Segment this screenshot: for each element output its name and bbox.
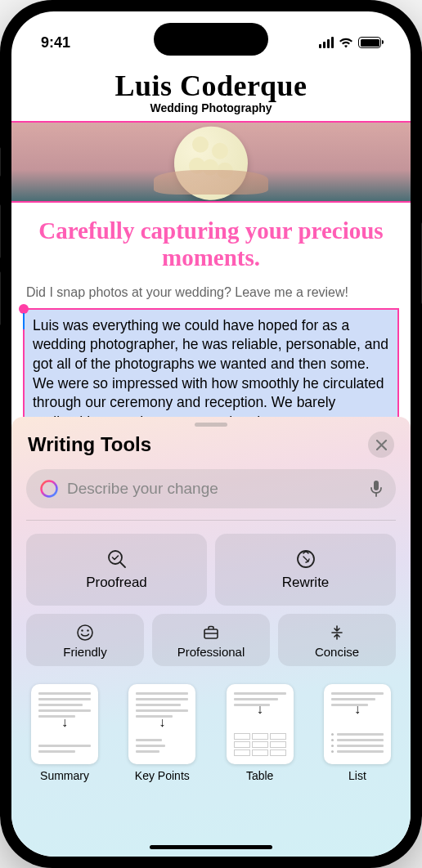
page-title: Luis Coderque: [11, 69, 411, 103]
tagline: Carefully capturing your precious moment…: [11, 203, 411, 280]
close-icon: [376, 440, 387, 450]
summary-button[interactable]: ↓ Summary: [31, 684, 98, 782]
selected-text: Luis was everything we could have hoped …: [33, 317, 388, 430]
status-time: 9:41: [41, 34, 70, 51]
review-prompt: Did I snap photos at your wedding? Leave…: [11, 280, 411, 308]
briefcase-icon: [200, 622, 222, 643]
rewrite-button[interactable]: Rewrite: [215, 534, 396, 606]
svg-line-4: [120, 562, 125, 567]
list-button[interactable]: ↓ List: [324, 684, 391, 782]
svg-point-8: [87, 629, 88, 631]
prompt-placeholder: Describe your change: [67, 480, 361, 498]
svg-point-6: [78, 625, 92, 640]
microphone-icon[interactable]: [370, 480, 383, 498]
keypoints-button[interactable]: ↓ Key Points: [128, 684, 195, 782]
cellular-icon: [319, 37, 334, 48]
hero-image: [11, 121, 411, 203]
svg-point-0: [42, 481, 57, 497]
rewrite-icon: [295, 548, 316, 570]
sheet-grabber[interactable]: [195, 423, 227, 427]
sheet-title: Writing Tools: [28, 433, 151, 456]
concise-button[interactable]: Concise: [278, 614, 396, 666]
friendly-button[interactable]: Friendly: [26, 614, 144, 666]
concise-icon: [326, 622, 348, 643]
smiley-icon: [74, 622, 96, 643]
magnifier-check-icon: [106, 548, 128, 570]
divider: [26, 520, 396, 521]
svg-rect-1: [374, 481, 379, 490]
page-subtitle: Wedding Photography: [11, 101, 411, 114]
dynamic-island: [154, 23, 268, 56]
prompt-input[interactable]: Describe your change: [26, 469, 396, 508]
close-button[interactable]: [368, 432, 394, 458]
wifi-icon: [339, 37, 353, 48]
battery-icon: [358, 37, 381, 48]
svg-point-7: [81, 629, 83, 631]
apple-intelligence-icon: [39, 479, 59, 499]
professional-button[interactable]: Professional: [152, 614, 270, 666]
home-indicator[interactable]: [150, 845, 272, 849]
table-button[interactable]: ↓ Table: [227, 684, 294, 782]
writing-tools-sheet: Writing Tools: [11, 417, 411, 857]
proofread-button[interactable]: Proofread: [26, 534, 207, 606]
